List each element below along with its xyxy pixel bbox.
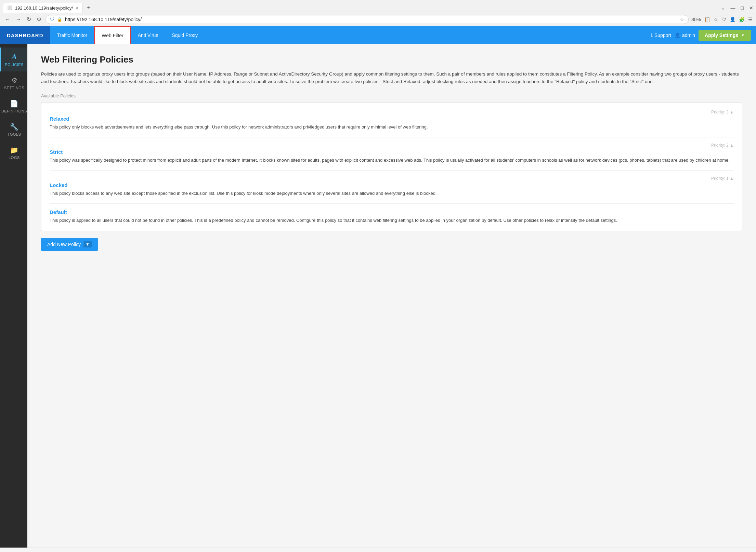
policy-entry-default: Default This policy is applied to all us… <box>50 209 734 224</box>
apply-settings-button[interactable]: Apply Settings ▼ <box>699 30 751 41</box>
minimize-button[interactable]: — <box>731 5 735 11</box>
policy-desc-locked: This policy blocks access to any web sit… <box>50 190 734 197</box>
page-footer: Web Safety for Squid Proxy, version 9.2-… <box>0 548 756 552</box>
policy-name-relaxed[interactable]: Relaxed <box>50 116 734 122</box>
tab-close-button[interactable]: × <box>76 5 78 11</box>
sidebar: A POLICIES ⚙ SETTINGS 📄 DEFINITIONS 🔧 TO… <box>0 44 27 548</box>
tab-traffic-monitor[interactable]: Traffic Monitor <box>50 26 94 44</box>
back-button[interactable]: ← <box>3 15 12 24</box>
logs-icon: 📁 <box>10 146 18 154</box>
tab-title: 192.168.10.119/safety/policy/ <box>15 5 73 11</box>
policy-name-default[interactable]: Default <box>50 209 734 215</box>
close-window-button[interactable]: ✕ <box>749 5 753 11</box>
info-icon: ℹ <box>651 32 653 38</box>
zoom-level: 80% <box>691 17 701 22</box>
window-controls: ⌄ — □ ✕ <box>721 5 753 11</box>
menu-icon[interactable]: ☰ <box>748 17 753 22</box>
policy-priority-locked: Priority: 1 ▲ <box>50 176 734 181</box>
browser-tab-bar: ⬜ 192.168.10.119/safety/policy/ × + ⌄ — … <box>0 0 756 13</box>
settings-icon: ⚙ <box>11 76 17 84</box>
definitions-icon: 📄 <box>10 99 18 108</box>
toolbar-right: 80% 📋 ☆ 🛡 👤 🧩 ☰ <box>691 17 753 22</box>
new-tab-button[interactable]: + <box>84 3 93 13</box>
security-shield-icon: 🛡 <box>50 17 54 22</box>
policy-desc-default: This policy is applied to all users that… <box>50 217 734 224</box>
page-title: Web Filtering Policies <box>41 54 742 65</box>
chevron-down-icon: ▼ <box>741 33 745 37</box>
lock-icon: 🔒 <box>57 17 62 22</box>
maximize-button[interactable]: □ <box>741 5 744 11</box>
sidebar-label-settings: SETTINGS <box>4 86 24 90</box>
chevron-down-icon[interactable]: ⌄ <box>721 5 725 11</box>
policy-name-locked[interactable]: Locked <box>50 182 734 188</box>
extensions-button[interactable]: ⚙ <box>35 15 43 24</box>
policy-entry-relaxed: Priority: 3 ▲ Relaxed This policy only b… <box>50 110 734 131</box>
star-icon[interactable]: ☆ <box>714 17 718 22</box>
divider-1 <box>50 137 734 137</box>
tab-page-icon: ⬜ <box>7 5 12 10</box>
tools-icon: 🔧 <box>10 123 18 131</box>
navbar-right: ℹ Support 👤 admin Apply Settings ▼ <box>651 30 756 41</box>
bookmark-icon[interactable]: ☆ <box>680 17 684 22</box>
clipboard-icon[interactable]: 📋 <box>704 17 710 22</box>
dropdown-caret-icon: ▼ <box>83 241 92 247</box>
sidebar-item-tools[interactable]: 🔧 TOOLS <box>0 118 27 141</box>
tab-web-filter[interactable]: Web Filter <box>94 26 131 44</box>
sidebar-item-policies[interactable]: A POLICIES <box>0 48 27 71</box>
tab-anti-virus[interactable]: Anti Virus <box>131 26 165 44</box>
main-layout: A POLICIES ⚙ SETTINGS 📄 DEFINITIONS 🔧 TO… <box>0 44 756 548</box>
brand-logo[interactable]: DASHBOARD <box>0 26 50 44</box>
policy-entry-locked: Priority: 1 ▲ Locked This policy blocks … <box>50 176 734 197</box>
tab-squid-proxy[interactable]: Squid Proxy <box>165 26 204 44</box>
shield-icon[interactable]: 🛡 <box>721 17 726 22</box>
user-icon[interactable]: 👤 <box>730 17 735 22</box>
content-area: Web Filtering Policies Policies are used… <box>27 44 756 548</box>
sidebar-label-policies: POLICIES <box>5 63 24 67</box>
sidebar-label-definitions: DEFINITIONS <box>1 109 27 113</box>
policy-name-strict[interactable]: Strict <box>50 149 734 155</box>
page-description: Policies are used to organize proxy user… <box>41 70 742 85</box>
policies-icon: A <box>12 52 17 61</box>
admin-button[interactable]: 👤 admin <box>675 32 695 38</box>
sidebar-item-logs[interactable]: 📁 LOGS <box>0 141 27 164</box>
url-input[interactable] <box>65 17 677 22</box>
sidebar-label-logs: LOGS <box>9 156 20 160</box>
puzzle-icon[interactable]: 🧩 <box>739 17 745 22</box>
policy-priority-strict: Priority: 2 ▲ <box>50 143 734 148</box>
divider-3 <box>50 203 734 204</box>
sidebar-item-definitions[interactable]: 📄 DEFINITIONS <box>0 95 27 118</box>
available-policies-label: Available Policies <box>41 93 742 98</box>
policy-desc-strict: This policy was specifically designed to… <box>50 157 734 164</box>
app-navbar: DASHBOARD Traffic Monitor Web Filter Ant… <box>0 26 756 44</box>
policy-priority-relaxed: Priority: 3 ▲ <box>50 110 734 115</box>
browser-chrome: ⬜ 192.168.10.119/safety/policy/ × + ⌄ — … <box>0 0 756 26</box>
sidebar-label-tools: TOOLS <box>8 132 21 136</box>
policies-card: Priority: 3 ▲ Relaxed This policy only b… <box>41 103 742 231</box>
user-avatar-icon: 👤 <box>675 32 680 38</box>
policy-entry-strict: Priority: 2 ▲ Strict This policy was spe… <box>50 143 734 164</box>
policy-desc-relaxed: This policy only blocks web advertisemen… <box>50 124 734 131</box>
add-new-policy-button[interactable]: Add New Policy ▼ <box>41 238 98 251</box>
sidebar-item-settings[interactable]: ⚙ SETTINGS <box>0 71 27 95</box>
browser-toolbar: ← → ↻ ⚙ 🛡 🔒 ☆ 80% 📋 ☆ 🛡 👤 🧩 ☰ <box>0 13 756 26</box>
browser-tab[interactable]: ⬜ 192.168.10.119/safety/policy/ × <box>3 3 83 13</box>
nav-tabs: Traffic Monitor Web Filter Anti Virus Sq… <box>50 26 205 44</box>
refresh-button[interactable]: ↻ <box>25 15 32 24</box>
divider-2 <box>50 170 734 171</box>
support-button[interactable]: ℹ Support <box>651 32 671 38</box>
forward-button[interactable]: → <box>14 15 23 24</box>
address-bar[interactable]: 🛡 🔒 ☆ <box>45 15 689 24</box>
